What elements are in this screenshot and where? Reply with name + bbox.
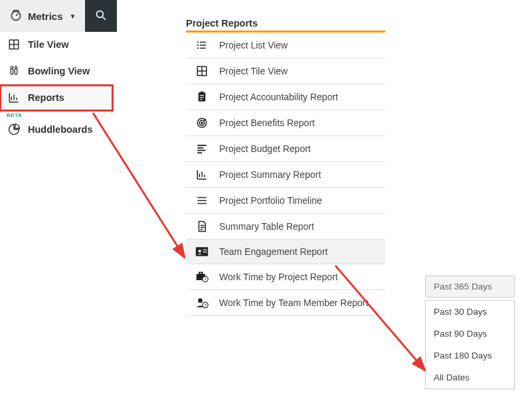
report-item-label: Project Accountability Report: [219, 92, 338, 102]
report-item-label: Project Tile View: [219, 66, 288, 76]
grid-icon: [195, 65, 209, 77]
report-item-budget[interactable]: Project Budget Report: [186, 136, 385, 162]
svg-rect-14: [200, 42, 206, 43]
svg-rect-23: [201, 92, 204, 94]
pie-chart-icon: [7, 123, 21, 136]
user-clock-icon: [195, 297, 209, 309]
report-item-label: Project List View: [219, 40, 288, 50]
svg-point-13: [197, 41, 199, 42]
date-option-180[interactable]: Past 180 Days: [426, 345, 514, 366]
sidebar: Tile View Bowling View Reports BETA: [0, 32, 113, 143]
svg-rect-32: [197, 150, 205, 151]
report-item-summary[interactable]: Project Summary Report: [186, 162, 385, 188]
beta-badge: BETA: [7, 112, 22, 118]
bar-chart-icon: [195, 169, 209, 181]
report-item-label: Work Time by Team Member Report: [219, 297, 368, 308]
bowling-icon: [7, 64, 21, 78]
svg-point-1: [97, 11, 104, 17]
timeline-icon: [195, 195, 209, 206]
briefcase-clock-icon: [195, 271, 209, 283]
date-option-30[interactable]: Past 30 Days: [426, 301, 514, 323]
report-item-label: Work Time by Project Report: [219, 272, 338, 282]
svg-rect-33: [197, 152, 202, 153]
svg-rect-50: [199, 272, 203, 274]
caret-down-icon: ▼: [70, 13, 76, 20]
svg-rect-16: [200, 44, 206, 46]
section-header: Project Reports: [186, 18, 258, 29]
clipboard-icon: [195, 91, 209, 103]
report-item-team-engagement[interactable]: Team Engagement Report: [186, 240, 385, 264]
svg-rect-25: [200, 97, 204, 98]
sidebar-item-label: Huddleboards: [28, 124, 92, 135]
report-item-project-tile-view[interactable]: Project Tile View: [186, 58, 385, 84]
sidebar-item-label: Reports: [28, 92, 64, 103]
report-item-label: Summary Table Report: [219, 221, 314, 232]
svg-rect-30: [197, 145, 207, 146]
svg-point-6: [11, 66, 13, 69]
sidebar-item-label: Bowling View: [28, 66, 90, 76]
report-item-benefits[interactable]: Project Benefits Report: [186, 110, 385, 136]
report-item-accountability[interactable]: Project Accountability Report: [186, 84, 385, 110]
report-item-portfolio-timeline[interactable]: Project Portfolio Timeline: [186, 188, 385, 214]
svg-point-29: [201, 122, 203, 123]
report-item-summary-table[interactable]: Summary Table Report: [186, 214, 385, 240]
metrics-label: Metrics: [28, 11, 63, 22]
svg-rect-18: [200, 48, 206, 49]
svg-rect-31: [197, 147, 203, 149]
target-icon: [195, 117, 209, 129]
svg-point-46: [199, 250, 201, 252]
report-list: Project List View Project Tile View Proj…: [186, 31, 385, 316]
svg-rect-26: [200, 99, 203, 100]
date-range-selected[interactable]: Past 365 Days: [425, 276, 515, 297]
sidebar-item-label: Tile View: [28, 39, 69, 50]
report-item-label: Project Benefits Report: [219, 118, 315, 128]
report-item-work-time-project[interactable]: Work Time by Project Report: [186, 264, 385, 290]
id-card-icon: [195, 246, 209, 257]
topbar: Metrics ▼: [0, 0, 532, 32]
svg-rect-24: [200, 95, 204, 96]
dashboard-icon: [9, 9, 23, 24]
search-button[interactable]: [85, 0, 117, 32]
sidebar-item-tile-view[interactable]: Tile View: [0, 32, 113, 58]
svg-rect-48: [203, 252, 207, 252]
report-item-label: Team Engagement Report: [219, 246, 327, 257]
svg-line-2: [103, 17, 106, 19]
report-item-label: Project Portfolio Timeline: [219, 195, 322, 206]
svg-point-52: [198, 298, 203, 303]
date-option-90[interactable]: Past 90 Days: [426, 323, 514, 345]
sidebar-item-reports[interactable]: Reports: [0, 85, 113, 111]
sidebar-item-huddleboards[interactable]: BETA Huddleboards: [0, 116, 113, 143]
date-option-all[interactable]: All Dates: [426, 366, 514, 388]
date-range-filter: Past 365 Days Past 30 Days Past 90 Days …: [425, 276, 515, 389]
svg-point-7: [15, 66, 17, 69]
sidebar-item-bowling-view[interactable]: Bowling View: [0, 58, 113, 85]
report-item-work-time-team[interactable]: Work Time by Team Member Report: [186, 290, 385, 315]
list-icon: [195, 39, 209, 51]
document-icon: [195, 220, 209, 232]
report-item-project-list-view[interactable]: Project List View: [186, 33, 385, 58]
grid-icon: [7, 39, 21, 50]
svg-point-17: [197, 47, 199, 48]
report-item-label: Project Summary Report: [219, 169, 321, 180]
search-icon: [94, 9, 108, 24]
align-left-icon: [195, 143, 209, 155]
metrics-dropdown-button[interactable]: Metrics ▼: [0, 0, 85, 32]
svg-rect-47: [203, 250, 207, 250]
bar-chart-icon: [7, 92, 21, 104]
date-range-dropdown: Past 30 Days Past 90 Days Past 180 Days …: [425, 300, 515, 389]
report-item-label: Project Budget Report: [219, 143, 311, 154]
svg-point-15: [197, 44, 199, 46]
